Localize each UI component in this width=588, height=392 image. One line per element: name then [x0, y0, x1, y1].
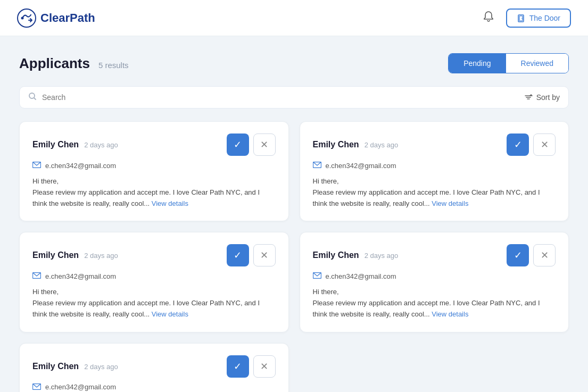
search-input[interactable]	[42, 93, 524, 102]
card-header-2: Emily Chen 2 days ago ✓ ✕	[313, 134, 556, 156]
results-count: 5 results	[98, 61, 129, 70]
logo-icon	[17, 9, 36, 28]
card-name-row-1: Emily Chen 2 days ago	[32, 140, 118, 149]
card-email-2: e.chen342@gmail.com	[313, 161, 556, 170]
card-email-5: e.chen342@gmail.com	[32, 383, 276, 391]
card-body-4: Hi there, Please review my application a…	[313, 287, 556, 320]
reject-button-3[interactable]: ✕	[253, 244, 276, 266]
notifications-button[interactable]	[479, 7, 498, 28]
accept-button-1[interactable]: ✓	[227, 134, 249, 156]
email-text-1: e.chen342@gmail.com	[45, 162, 116, 170]
applicants-grid-bottom: Emily Chen 2 days ago ✓ ✕ e.chen342@gmai…	[19, 343, 569, 392]
reject-button-2[interactable]: ✕	[533, 134, 556, 156]
applicant-card-4: Emily Chen 2 days ago ✓ ✕ e.chen342@gmai…	[300, 232, 569, 332]
applicant-time-2: 2 days ago	[365, 141, 399, 149]
card-name-row-3: Emily Chen 2 days ago	[32, 251, 118, 260]
card-name-row-4: Emily Chen 2 days ago	[313, 251, 399, 260]
logo: ClearPath	[17, 9, 95, 28]
card-header-1: Emily Chen 2 days ago ✓ ✕	[32, 134, 276, 156]
card-name-row-2: Emily Chen 2 days ago	[313, 140, 399, 149]
card-name-row-5: Emily Chen 2 days ago	[32, 362, 118, 371]
card-body-2: Hi there, Please review my application a…	[313, 176, 556, 209]
search-icon	[28, 92, 37, 103]
header: ClearPath The Door	[0, 0, 588, 36]
applicant-name-2: Emily Chen	[313, 140, 359, 149]
accept-button-2[interactable]: ✓	[507, 134, 529, 156]
svg-point-4	[521, 18, 523, 19]
the-door-button[interactable]: The Door	[506, 9, 571, 28]
email-text-3: e.chen342@gmail.com	[45, 272, 116, 280]
email-icon-2	[313, 161, 321, 170]
card-body-3: Hi there, Please review my application a…	[32, 287, 276, 320]
card-actions-3: ✓ ✕	[227, 244, 276, 266]
applicant-card-5: Emily Chen 2 days ago ✓ ✕ e.chen342@gmai…	[19, 343, 289, 392]
email-text-2: e.chen342@gmail.com	[326, 162, 396, 170]
search-bar: Sort by	[19, 86, 569, 109]
card-header-5: Emily Chen 2 days ago ✓ ✕	[32, 355, 276, 378]
accept-button-5[interactable]: ✓	[227, 355, 249, 378]
svg-point-1	[21, 16, 24, 19]
accept-button-3[interactable]: ✓	[227, 244, 249, 266]
card-body-1: Hi there, Please review my application a…	[32, 176, 276, 209]
reject-button-4[interactable]: ✕	[533, 244, 556, 266]
page-title: Applicants	[19, 55, 90, 72]
email-icon-3	[32, 272, 41, 280]
reject-button-5[interactable]: ✕	[253, 355, 276, 378]
tab-reviewed[interactable]: Reviewed	[506, 54, 568, 73]
view-details-link-2[interactable]: View details	[432, 199, 468, 207]
applicant-time-1: 2 days ago	[84, 141, 118, 149]
email-icon-4	[313, 272, 321, 280]
page-header: Applicants 5 results Pending Reviewed	[19, 53, 569, 73]
reject-button-1[interactable]: ✕	[253, 134, 276, 156]
svg-point-0	[18, 9, 36, 27]
applicant-name-1: Emily Chen	[32, 140, 79, 149]
tab-group: Pending Reviewed	[448, 53, 569, 73]
sort-by-label: Sort by	[536, 93, 560, 102]
card-actions-4: ✓ ✕	[507, 244, 556, 266]
card-email-4: e.chen342@gmail.com	[313, 272, 556, 280]
card-actions-2: ✓ ✕	[507, 134, 556, 156]
applicant-card-2: Emily Chen 2 days ago ✓ ✕ e.chen342@gmai…	[300, 121, 569, 221]
empty-slot	[300, 343, 569, 392]
applicant-time-4: 2 days ago	[365, 252, 399, 260]
card-email-3: e.chen342@gmail.com	[32, 272, 276, 280]
applicant-name-5: Emily Chen	[32, 362, 79, 371]
view-details-link-4[interactable]: View details	[432, 310, 468, 318]
applicant-name-4: Emily Chen	[313, 251, 359, 260]
email-icon-1	[32, 161, 41, 170]
applicant-name-3: Emily Chen	[32, 251, 79, 260]
applicant-card-1: Emily Chen 2 days ago ✓ ✕ e.chen342@gmai…	[19, 121, 289, 221]
applicant-time-3: 2 days ago	[84, 252, 118, 260]
card-header-3: Emily Chen 2 days ago ✓ ✕	[32, 244, 276, 266]
page-title-group: Applicants 5 results	[19, 55, 129, 72]
bell-icon	[483, 11, 494, 22]
main-content: Applicants 5 results Pending Reviewed So…	[0, 36, 588, 392]
view-details-link-3[interactable]: View details	[152, 310, 188, 318]
card-email-1: e.chen342@gmail.com	[32, 161, 276, 170]
card-actions-1: ✓ ✕	[227, 134, 276, 156]
accept-button-4[interactable]: ✓	[507, 244, 529, 266]
email-text-5: e.chen342@gmail.com	[45, 383, 116, 391]
view-details-link-1[interactable]: View details	[152, 199, 188, 207]
card-header-4: Emily Chen 2 days ago ✓ ✕	[313, 244, 556, 266]
applicant-card-3: Emily Chen 2 days ago ✓ ✕ e.chen342@gmai…	[19, 232, 289, 332]
header-right: The Door	[479, 7, 571, 28]
sort-by-button[interactable]: Sort by	[524, 93, 560, 102]
applicant-time-5: 2 days ago	[84, 363, 118, 371]
card-actions-5: ✓ ✕	[227, 355, 276, 378]
door-icon	[517, 14, 525, 22]
logo-text: ClearPath	[40, 11, 95, 25]
email-icon-5	[32, 383, 41, 391]
email-text-4: e.chen342@gmail.com	[326, 272, 396, 280]
tab-pending[interactable]: Pending	[449, 54, 506, 73]
sort-icon	[524, 93, 533, 102]
applicants-grid: Emily Chen 2 days ago ✓ ✕ e.chen342@gmai…	[19, 121, 569, 332]
